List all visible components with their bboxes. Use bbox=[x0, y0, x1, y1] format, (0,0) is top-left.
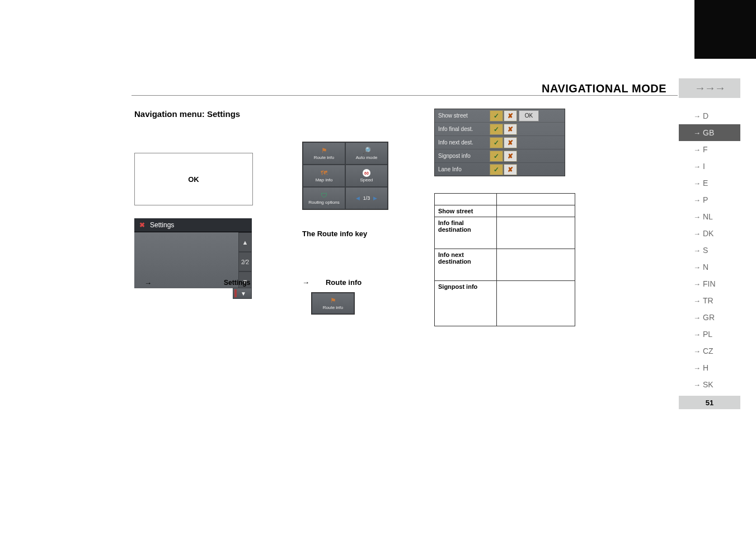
page-number: 51 bbox=[679, 396, 740, 409]
table-row: Signpost info bbox=[435, 281, 575, 326]
cell-empty bbox=[497, 249, 575, 281]
route-info-tile-icon: ⚑ bbox=[330, 297, 336, 305]
country-e[interactable]: →E bbox=[679, 175, 740, 191]
toggle-on-button[interactable]: ✓ bbox=[490, 124, 503, 135]
tile-routing-options[interactable]: 🛡 Routing options bbox=[303, 187, 345, 209]
pager-next-icon[interactable]: ▶ bbox=[373, 195, 377, 201]
toggle-off-button[interactable]: ✘ bbox=[504, 110, 517, 121]
speed-icon: 60 bbox=[363, 169, 370, 177]
cell-show-street: Show street bbox=[435, 205, 497, 217]
toggle-off-button[interactable]: ✘ bbox=[504, 151, 517, 162]
chevron-down-icon: ▼ bbox=[241, 291, 246, 297]
toggle-on-button[interactable]: ✓ bbox=[490, 137, 503, 148]
toggle-row-lane-info: Lane Info ✓ ✘ bbox=[435, 163, 565, 176]
country-index: →D →GB →F →I →E →P →NL →DK →S →N →FIN →T… bbox=[679, 107, 740, 393]
country-fin[interactable]: →FIN bbox=[679, 275, 740, 292]
toggle-off-button[interactable]: ✘ bbox=[504, 124, 517, 135]
ok-label: OK bbox=[188, 175, 199, 184]
route-info-icon: ⚑ bbox=[321, 147, 327, 154]
step-arrow: → bbox=[144, 279, 152, 287]
country-tr[interactable]: →TR bbox=[679, 292, 740, 309]
scroll-up-button[interactable]: ▲ bbox=[238, 232, 252, 252]
cell-empty bbox=[497, 205, 575, 217]
close-icon[interactable]: ✖ bbox=[138, 221, 147, 229]
route-info-word: Route info bbox=[326, 278, 361, 287]
section-title: Navigation menu: Settings bbox=[134, 109, 240, 119]
cell-empty bbox=[497, 281, 575, 326]
settings-titlebar: ✖ Settings bbox=[134, 218, 252, 232]
country-n[interactable]: →N bbox=[679, 259, 740, 275]
table-row: Info next destination bbox=[435, 249, 575, 281]
settings-title: Settings bbox=[150, 221, 174, 229]
route-info-key-heading: The Route info key bbox=[302, 229, 367, 238]
toggle-row-info-next-dest: Info next dest. ✓ ✘ bbox=[435, 136, 565, 149]
toggle-row-show-street: Show street ✓ ✘ OK bbox=[435, 109, 565, 123]
cell-signpost-info: Signpost info bbox=[435, 281, 497, 326]
auto-mode-icon: 🔎 bbox=[363, 147, 371, 154]
pager-count: 1/3 bbox=[363, 195, 370, 201]
route-info-step: → Route info bbox=[302, 278, 361, 287]
toggle-row-signpost-info: Signpost info ✓ ✘ bbox=[435, 149, 565, 163]
country-f[interactable]: →F bbox=[679, 141, 740, 158]
route-info-toggle-screenshot: Show street ✓ ✘ OK Info final dest. ✓ ✘ … bbox=[434, 109, 565, 176]
toggle-row-info-final-dest: Info final dest. ✓ ✘ bbox=[435, 123, 565, 136]
toggle-on-button[interactable]: ✓ bbox=[490, 110, 503, 121]
ok-callout-box: OK bbox=[134, 153, 253, 205]
country-s[interactable]: →S bbox=[679, 242, 740, 259]
scroll-count: 2⁄2 bbox=[238, 252, 252, 271]
info-table: Show street Info final destination Info … bbox=[434, 193, 575, 326]
header-rule bbox=[132, 95, 678, 96]
pager-prev-icon[interactable]: ◀ bbox=[356, 195, 360, 201]
tile-pager[interactable]: ◀ 1/3 ▶ bbox=[345, 187, 388, 209]
scroll-down-tile[interactable]: ▼ bbox=[233, 288, 252, 299]
table-row: Info final destination bbox=[435, 217, 575, 249]
country-i[interactable]: →I bbox=[679, 158, 740, 175]
top-black-block bbox=[694, 0, 756, 59]
toggle-on-button[interactable]: ✓ bbox=[490, 164, 503, 175]
toggle-label: Lane Info bbox=[438, 166, 490, 172]
routing-options-icon: 🛡 bbox=[321, 191, 327, 199]
cell-info-next-dest: Info next destination bbox=[435, 249, 497, 281]
route-info-tile-label: Route info bbox=[323, 305, 343, 310]
route-info-tile[interactable]: ⚑ Route info bbox=[311, 292, 355, 315]
header-arrows: →→→ bbox=[679, 78, 740, 98]
toggle-off-button[interactable]: ✘ bbox=[504, 164, 517, 175]
settings-grid-screenshot: ⚑ Route info 🔎 Auto mode 🗺 Map info 60 S… bbox=[302, 142, 388, 210]
country-pl[interactable]: →PL bbox=[679, 326, 740, 343]
tile-speed[interactable]: 60 Speed bbox=[345, 165, 388, 187]
ok-button[interactable]: OK bbox=[519, 110, 539, 121]
step-arrow-icon: → bbox=[302, 278, 309, 287]
tile-route-info[interactable]: ⚑ Route info bbox=[303, 142, 345, 165]
cell-info-final-dest: Info final destination bbox=[435, 217, 497, 249]
settings-label: Settings bbox=[224, 279, 250, 287]
country-p[interactable]: →P bbox=[679, 191, 740, 208]
country-sk[interactable]: →SK bbox=[679, 376, 740, 393]
country-h[interactable]: →H bbox=[679, 359, 740, 376]
table-head bbox=[435, 194, 575, 205]
toggle-label: Info next dest. bbox=[438, 139, 490, 146]
toggle-label: Info final dest. bbox=[438, 126, 490, 132]
toggle-off-button[interactable]: ✘ bbox=[504, 137, 517, 148]
country-nl[interactable]: →NL bbox=[679, 208, 740, 225]
settings-screenshot: ✖ Settings ▲ 2⁄2 ▼ bbox=[134, 218, 252, 288]
country-gb[interactable]: →GB bbox=[679, 124, 740, 141]
toggle-label: Signpost info bbox=[438, 153, 490, 159]
country-dk[interactable]: →DK bbox=[679, 225, 740, 242]
red-bar bbox=[234, 289, 237, 297]
country-cz[interactable]: →CZ bbox=[679, 343, 740, 359]
country-gr[interactable]: →GR bbox=[679, 309, 740, 326]
tile-map-info[interactable]: 🗺 Map info bbox=[303, 165, 345, 187]
table-row: Show street bbox=[435, 205, 575, 217]
toggle-on-button[interactable]: ✓ bbox=[490, 151, 503, 162]
country-d[interactable]: →D bbox=[679, 107, 740, 124]
toggle-label: Show street bbox=[438, 113, 490, 119]
tile-auto-mode[interactable]: 🔎 Auto mode bbox=[345, 142, 388, 165]
map-info-icon: 🗺 bbox=[321, 169, 327, 177]
page-header-title: NAVIGATIONAL MODE bbox=[542, 82, 666, 95]
cell-empty bbox=[497, 217, 575, 249]
